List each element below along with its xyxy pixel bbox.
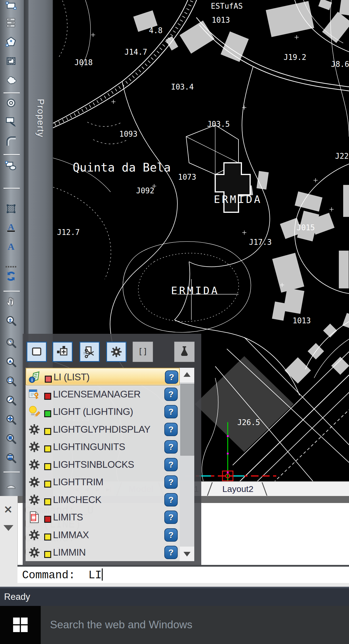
light-icon: [28, 405, 41, 418]
help-button[interactable]: ?: [164, 475, 178, 489]
help-button[interactable]: ?: [164, 388, 178, 401]
start-button[interactable]: [0, 606, 41, 644]
command-type-marker: [44, 498, 51, 505]
taskbar-search-input[interactable]: Search the web and Windows: [50, 619, 193, 631]
map-line: [93, 140, 128, 144]
shapes-tool-icon[interactable]: [5, 160, 19, 173]
zoom-extents-icon[interactable]: [5, 452, 19, 466]
mtext-tool-icon[interactable]: A: [5, 222, 19, 235]
revision-stack-icon[interactable]: [5, 17, 19, 30]
suggestion-label: LIGHTGLYPHDISPLAY: [53, 424, 150, 435]
status-bar: Ready: [0, 587, 349, 607]
map-label: J018: [74, 58, 93, 67]
clip-filter-button[interactable]: [79, 342, 100, 362]
scroll-down-button[interactable]: [180, 547, 194, 561]
grip-point: [227, 472, 229, 473]
suggestion-limmin[interactable]: LIMMIN?: [26, 544, 180, 561]
brackets-filter-button[interactable]: []: [133, 342, 153, 362]
suggestion-label: LIMCHECK: [53, 494, 102, 505]
regen-icon[interactable]: [5, 270, 19, 284]
zoom-realtime-icon[interactable]: [5, 315, 19, 329]
help-button[interactable]: ?: [164, 458, 178, 471]
close-icon[interactable]: ×: [3, 504, 14, 515]
help-button[interactable]: ?: [164, 511, 178, 524]
command-type-marker: [44, 534, 51, 540]
text-tool-icon[interactable]: A: [5, 241, 19, 254]
cad-application-window: ESTufAS10134.8J14.7J018J19.2J8.6I03.4J03…: [0, 0, 349, 644]
grip-point: [227, 435, 229, 437]
experimental-filter-button[interactable]: [174, 342, 195, 362]
suggestion-label: LIMMAX: [53, 529, 89, 540]
zoom-dynamic-icon[interactable]: [5, 356, 19, 370]
gear-lock-icon: [28, 458, 41, 471]
cloud-tool-icon[interactable]: [5, 74, 19, 88]
hatch-tool-icon[interactable]: [5, 203, 19, 216]
zoom-scale-icon[interactable]: [5, 395, 19, 408]
settings-filter-button[interactable]: [106, 342, 127, 362]
suggestion-lightingunits[interactable]: LIGHTINGUNITS?: [26, 438, 180, 456]
svg-text:A: A: [8, 222, 14, 231]
limits-icon: [28, 511, 41, 524]
help-button[interactable]: ?: [164, 528, 178, 542]
chevron-down-icon[interactable]: [3, 525, 13, 531]
list-command-icon: i: [29, 371, 41, 383]
help-button[interactable]: ?: [164, 405, 178, 418]
suggestion-lightglyphdisplay[interactable]: LIGHTGLYPHDISPLAY?: [26, 421, 180, 438]
map-label: ESTufAS: [211, 2, 243, 10]
zoom-previous-icon[interactable]: [5, 337, 19, 351]
command-suggestion-popup: []iLI (LIST)?LICENSEMANAGER?LIGHT (LIGHT…: [23, 334, 201, 565]
map-label: J03.5: [207, 120, 230, 129]
fillet-tool-icon[interactable]: [5, 135, 19, 149]
map-label: 4.8: [149, 26, 163, 35]
pan-hand-icon[interactable]: [5, 295, 19, 309]
zoom-window-icon[interactable]: [5, 376, 19, 389]
suggestion-limmax[interactable]: LIMMAX?: [26, 526, 180, 544]
map-cross-mark: [242, 231, 246, 235]
suggestion-li[interactable]: iLI (LIST)?: [26, 368, 180, 385]
help-button[interactable]: ?: [164, 440, 178, 454]
map-cross-mark: [295, 35, 299, 39]
map-building: [285, 357, 311, 384]
boundary-tool-icon[interactable]: [5, 55, 19, 69]
draw-toolbar: AA: [0, 0, 24, 496]
map-label: Quinta da Bela: [73, 161, 171, 174]
suggestion-limits[interactable]: LIMITS?: [26, 509, 180, 526]
popup-scrollbar[interactable]: [180, 368, 194, 561]
zoom-center-icon[interactable]: [5, 414, 19, 427]
suggestion-label: LIMITS: [53, 512, 83, 523]
command-type-marker: [44, 551, 51, 558]
help-button[interactable]: ?: [164, 546, 178, 559]
suggestion-limcheck[interactable]: LIMCHECK?: [26, 491, 180, 509]
help-button[interactable]: ?: [164, 423, 178, 436]
rectangle-tool-icon[interactable]: [5, 0, 19, 13]
partial-tool-icon[interactable]: [5, 477, 19, 491]
help-button[interactable]: ?: [165, 370, 178, 384]
suggestion-licensemanager[interactable]: LICENSEMANAGER?: [26, 386, 180, 403]
tab-layout2[interactable]: Layout2: [213, 482, 263, 496]
suggestion-label: LIGHTINGUNITS: [53, 441, 125, 452]
map-building: [343, 185, 349, 217]
gear-lock-icon: [28, 529, 41, 541]
scroll-up-button[interactable]: [180, 368, 194, 382]
suggestion-lighttrim[interactable]: LIGHTTRIM?: [26, 473, 180, 491]
toolbar-separator: [3, 188, 20, 189]
window-filter-button[interactable]: [26, 342, 47, 362]
polygon-tool-icon[interactable]: [5, 36, 19, 49]
map-line: [122, 81, 177, 204]
map-label: J015: [297, 223, 315, 232]
toolbar-separator: [3, 154, 20, 155]
sysvar-filter-button[interactable]: [52, 342, 73, 362]
map-building: [266, 1, 314, 37]
donut-tool-icon[interactable]: [5, 97, 19, 110]
suggestion-lightsinblocks[interactable]: LIGHTSINBLOCKS?: [26, 456, 180, 473]
zoom-object-icon[interactable]: [5, 433, 19, 447]
map-label: ERMIDA: [171, 285, 219, 297]
map-building: [272, 302, 286, 321]
scrollbar-thumb[interactable]: [180, 384, 194, 456]
help-button[interactable]: ?: [164, 493, 178, 506]
leader-tool-icon[interactable]: [5, 116, 19, 130]
command-input-line[interactable]: Command: LI: [17, 567, 349, 583]
map-building: [179, 21, 214, 54]
suggestion-light[interactable]: LIGHT (LIGHTING)?: [26, 403, 180, 420]
command-type-marker: [44, 428, 51, 435]
